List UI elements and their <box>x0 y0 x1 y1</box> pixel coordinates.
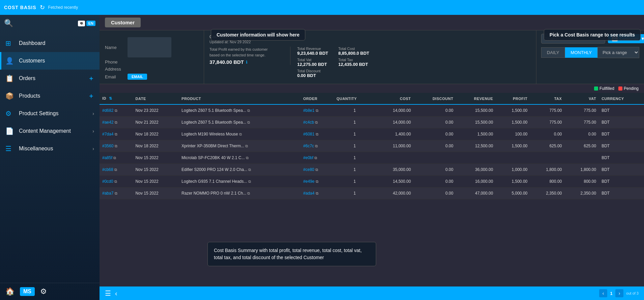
table-row: #aba7 ⧉Nov 15 2022Razer NOMMO PRO 0 nW 2… <box>100 188 644 199</box>
add-product-icon[interactable]: ＋ <box>88 92 94 100</box>
summary-updated: Updated at: Nov 29 2022 <box>209 40 531 44</box>
nav-menu: ⊞ Dashboard 👤 Customers 📋 Orders ＋ 📦 Pro… <box>0 32 100 283</box>
search-input[interactable] <box>541 34 605 44</box>
col-quantity: QUANTITY <box>334 93 375 104</box>
legend-row: Fullfilled Pending <box>100 84 644 93</box>
data-table-container[interactable]: ID ⇅ DATE PRODUCT ORDER QUANTITY COST DI… <box>100 93 644 286</box>
col-product: PRODUCT <box>179 93 301 104</box>
sidebar-item-product-settings[interactable]: ⚙ Product Settings › <box>0 105 100 122</box>
email-field-row: Email EMAIL <box>105 74 198 80</box>
name-label: Name <box>105 45 123 50</box>
profit-label: Total Profit earned by this customer bas… <box>209 47 277 58</box>
phone-field-row: Phone <box>105 59 198 65</box>
fulfilled-legend: Fullfilled <box>594 86 614 91</box>
name-value <box>128 37 171 57</box>
content-management-icon: 📄 <box>5 127 15 135</box>
right-panel: C Customer ▼ DAILY MONTHLY Pick a range <box>536 30 644 84</box>
info-icon[interactable]: ℹ <box>246 60 248 65</box>
home-icon[interactable]: 🏠 <box>5 287 15 296</box>
customer-card: Name Phone Address Email EMAIL <box>100 30 204 84</box>
sidebar-item-label: Products <box>19 93 88 99</box>
email-button[interactable]: EMAIL <box>128 74 147 80</box>
col-order: ORDER <box>301 93 334 104</box>
expand-icon: › <box>92 146 94 151</box>
row-id: #cb68 <box>102 167 113 172</box>
customer-fields: Name Phone Address Email EMAIL <box>105 37 198 80</box>
sidebar-item-label: Dashboard <box>19 40 94 46</box>
customer-tab[interactable]: Customer <box>105 18 141 27</box>
expand-icon: › <box>92 111 94 116</box>
fetched-status: Fetched recently <box>48 5 78 10</box>
sidebar: 🔍 বাং EN ⊞ Dashboard 👤 Customers <box>0 15 100 300</box>
row-id: #3560 <box>102 144 113 148</box>
ms-badge[interactable]: MS <box>20 287 35 296</box>
col-cost: COST <box>375 93 414 104</box>
address-label: Address <box>105 67 123 72</box>
orders-table: ID ⇅ DATE PRODUCT ORDER QUANTITY COST DI… <box>100 93 644 199</box>
customer-badge: C <box>612 36 618 41</box>
metric-total-vat: Total Vat 12,275.00 BDT <box>297 58 328 67</box>
table-row: #cb68 ⧉Nov 15 2022Edifier S2000 PRO 124 … <box>100 164 644 176</box>
col-profit: PROFIT <box>496 93 530 104</box>
daily-tab[interactable]: DAILY <box>541 47 565 58</box>
sidebar-item-dashboard[interactable]: ⊞ Dashboard <box>0 34 100 52</box>
product-settings-icon: ⚙ <box>5 109 15 118</box>
lang-en-badge[interactable]: EN <box>86 21 95 26</box>
profit-value: 37,840.00 BDT <box>209 59 244 65</box>
search-icon[interactable]: 🔍 <box>4 19 13 28</box>
row-id: #a85f <box>102 155 112 160</box>
col-revenue: REVENUE <box>456 93 496 104</box>
prev-page-button[interactable]: ‹ <box>599 289 608 297</box>
sidebar-item-label: Product Settings <box>19 110 92 117</box>
metric-total-tax: Total Tax 12,435.00 BDT <box>338 58 369 67</box>
col-date: DATE <box>133 93 179 104</box>
period-row: DAILY MONTHLY Pick a range <box>541 47 639 58</box>
col-id: ID ⇅ <box>100 93 133 104</box>
fulfilled-dot <box>594 86 598 91</box>
add-order-icon[interactable]: ＋ <box>88 74 94 82</box>
phone-label: Phone <box>105 59 123 65</box>
monthly-tab[interactable]: MONTHLY <box>565 47 598 58</box>
sort-icon[interactable]: ⇅ <box>109 96 112 100</box>
sidebar-item-miscellaneous[interactable]: ☰ Miscellaneous › <box>0 140 100 157</box>
back-icon[interactable]: ‹ <box>115 290 117 297</box>
sidebar-item-products[interactable]: 📦 Products ＋ <box>0 87 100 105</box>
dashboard-icon: ⊞ <box>5 39 15 47</box>
sidebar-item-label: Customers <box>19 58 94 64</box>
row-id: #ae42 <box>102 120 113 125</box>
sidebar-item-content-management[interactable]: 📄 Content Management › <box>0 122 100 140</box>
lang-bd-badge[interactable]: বাং <box>78 21 85 26</box>
customer-select-label: Customer <box>620 36 639 41</box>
table-row: #0cd0 ⧉Nov 15 2022Logitech G935 7.1 Chan… <box>100 176 644 188</box>
col-currency: CURRENCY <box>599 93 644 104</box>
metric-total-cost: Total Cost 8,85,800.0 BDT <box>338 47 369 56</box>
range-select[interactable]: Pick a range <box>597 47 639 58</box>
table-row: #3560 ⧉Nov 18 2022Xprinter XP-350BM Dire… <box>100 140 644 152</box>
next-page-button[interactable]: › <box>615 289 624 297</box>
customer-select-button[interactable]: C Customer ▼ <box>608 34 644 43</box>
refresh-icon[interactable]: ↻ <box>40 4 45 11</box>
table-row: #a85f ⧉Nov 15 2022Microlab SP-FC20BK 40 … <box>100 152 644 164</box>
expand-icon: › <box>92 128 94 134</box>
menu-icon[interactable]: ☰ <box>105 289 111 297</box>
col-tax: TAX <box>530 93 564 104</box>
products-icon: 📦 <box>5 92 15 100</box>
table-row: #7da4 ⧉Nov 18 2022Logitech M190 Wireless… <box>100 128 644 140</box>
sidebar-footer: 🏠 MS ⚙ <box>0 283 100 300</box>
page-header: Customer <box>100 15 644 30</box>
cost-basis-title: COST BASIS <box>4 5 36 10</box>
sidebar-item-customers[interactable]: 👤 Customers <box>0 52 100 70</box>
sidebar-item-label: Orders <box>19 75 88 81</box>
col-vat: VAT <box>564 93 599 104</box>
info-section: Name Phone Address Email EMAIL <box>100 30 644 84</box>
sidebar-item-label: Content Management <box>19 128 92 134</box>
bottom-left: ☰ ‹ <box>105 289 117 297</box>
sidebar-item-orders[interactable]: 📋 Orders ＋ <box>0 70 100 87</box>
top-bar: COST BASIS ↻ Fetched recently <box>0 0 644 15</box>
orders-icon: 📋 <box>5 74 15 82</box>
settings-icon[interactable]: ⚙ <box>40 287 47 296</box>
sidebar-header: 🔍 বাং EN <box>0 15 100 32</box>
sidebar-item-label: Miscellaneous <box>19 146 92 152</box>
pagination: ‹ 1 › out of 3 <box>599 289 639 297</box>
row-id: #7da4 <box>102 132 113 136</box>
